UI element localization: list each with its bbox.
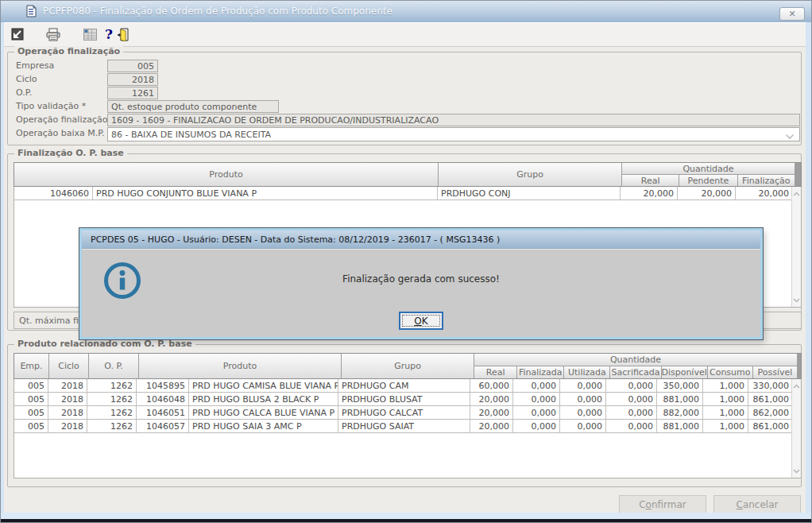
exit-door-icon[interactable]: [116, 27, 130, 41]
finalizacao-grid-header: Produto Grupo Quantidade Real Pendente F…: [14, 162, 802, 187]
empresa-label: Empresa: [16, 60, 54, 71]
header-finalizada[interactable]: Finalizada: [517, 366, 563, 378]
window-titlebar: PCPFP080 - Finalização de Ordem de Produ…: [1, 1, 811, 22]
group-produto-relacionado: Produto relacionado com O. P. base Emp. …: [7, 344, 802, 487]
header-produto[interactable]: Produto: [139, 354, 341, 378]
dialog-message: Finalização gerada com sucesso!: [82, 273, 760, 285]
document-icon: [25, 5, 37, 20]
header-utilizada[interactable]: Utilizada: [564, 366, 609, 378]
operacao-finalizacao-label: Operação finalização: [16, 114, 107, 125]
ok-button[interactable]: OK: [399, 312, 443, 330]
relacionado-grid-body: 005 2018 1262 1045895 PRD HUGO CAMISA BL…: [14, 379, 802, 478]
help-icon[interactable]: ?: [102, 27, 116, 41]
header-disponivel[interactable]: Disponível: [662, 366, 707, 378]
header-quantidade[interactable]: Quantidade: [474, 354, 797, 366]
close-button[interactable]: ✕: [779, 7, 805, 21]
scroll-up-icon[interactable]: [793, 381, 800, 391]
dialog-titlebar: PCPDES 05 - HUGO - Usuário: DESEN - Data…: [82, 231, 760, 249]
header-grupo[interactable]: Grupo: [439, 163, 621, 186]
header-real[interactable]: Real: [474, 366, 516, 378]
toolbar: ?: [1, 22, 811, 47]
header-pendente[interactable]: Pendente: [679, 175, 737, 186]
table-row[interactable]: 1046060 PRD HUGO CONJUNTO BLUE VIANA P P…: [14, 187, 801, 200]
operacao-finalizacao-field[interactable]: 1609 - 1609 - FINALIZACAO DE ORDEM DE PR…: [107, 114, 800, 126]
header-emp[interactable]: Emp.: [14, 354, 48, 378]
group-operacao-finalizacao: Operação finalização Empresa 005 Ciclo 2…: [7, 52, 802, 145]
print-icon[interactable]: [46, 27, 60, 41]
header-ciclo[interactable]: Ciclo: [49, 354, 88, 378]
window-title: PCPFP080 - Finalização de Ordem de Produ…: [43, 6, 392, 17]
table-row[interactable]: 005 2018 1262 1046051 PRD HUGO CALCA BLU…: [14, 406, 801, 420]
scroll-up-icon[interactable]: [793, 188, 800, 199]
transfer-icon[interactable]: [10, 27, 25, 41]
op-label: O.P.: [16, 87, 32, 98]
dialog-title: PCPDES 05 - HUGO - Usuário: DESEN - Data…: [91, 234, 500, 245]
operacao-baixa-label: Operação baixa M.P. *: [16, 128, 112, 138]
group-relacionado-title: Produto relacionado com O. P. base: [14, 339, 195, 349]
table-row[interactable]: 005 2018 1262 1046048 PRD HUGO BLUSA 2 B…: [14, 393, 801, 406]
relacionado-grid-header: Emp. Ciclo O. P. Produto Grupo Quantidad…: [14, 353, 802, 379]
operacao-baixa-combobox[interactable]: 86 - BAIXA DE INSUMOS DA RECEITA: [107, 127, 800, 141]
header-consumo[interactable]: Consumo: [708, 366, 752, 378]
empresa-field[interactable]: 005: [107, 60, 158, 72]
scrollbar-vertical[interactable]: [791, 187, 801, 307]
confirmar-button[interactable]: Confirmar: [619, 495, 706, 513]
app-window: PCPFP080 - Finalização de Ordem de Produ…: [0, 0, 812, 523]
table-row[interactable]: 005 2018 1262 1046057 PRD HUGO SAIA 3 AM…: [14, 420, 801, 433]
tipo-validacao-label: Tipo validação *: [16, 101, 86, 111]
ciclo-label: Ciclo: [16, 74, 37, 84]
scroll-down-icon[interactable]: [793, 466, 800, 476]
header-op[interactable]: O. P.: [89, 354, 138, 378]
header-finalizacao[interactable]: Finalização: [738, 175, 795, 186]
chevron-down-icon: [785, 132, 795, 141]
group-finalizacao-title: Finalização O. P. base: [14, 148, 127, 158]
window-edge-left: [1, 22, 4, 522]
header-sacrificada[interactable]: Sacrificada: [610, 366, 660, 378]
window-bottom-border: [1, 519, 811, 522]
tipo-validacao-field[interactable]: Qt. estoque produto componente: [107, 100, 279, 113]
cancelar-button[interactable]: Cancelar: [713, 495, 801, 513]
scroll-down-icon[interactable]: [793, 295, 800, 305]
relacionado-grid: Emp. Ciclo O. P. Produto Grupo Quantidad…: [14, 353, 802, 478]
header-grupo[interactable]: Grupo: [342, 354, 474, 378]
window-edge-bottom: [1, 513, 811, 519]
header-possivel[interactable]: Possível: [753, 366, 797, 378]
scrollbar-vertical[interactable]: [791, 379, 801, 478]
op-field[interactable]: 1261: [107, 87, 158, 99]
header-quantidade[interactable]: Quantidade: [622, 163, 795, 174]
window-edge-right: [806, 22, 811, 522]
calendar-icon[interactable]: [83, 27, 97, 41]
dialog-body: Finalização gerada com sucesso! OK: [82, 249, 760, 337]
group-operacao-title: Operação finalização: [14, 46, 123, 56]
ciclo-field[interactable]: 2018: [107, 73, 158, 86]
message-dialog: PCPDES 05 - HUGO - Usuário: DESEN - Data…: [79, 228, 763, 339]
table-row[interactable]: 005 2018 1262 1045895 PRD HUGO CAMISA BL…: [14, 379, 801, 393]
header-produto[interactable]: Produto: [14, 163, 438, 186]
header-real[interactable]: Real: [622, 175, 679, 186]
